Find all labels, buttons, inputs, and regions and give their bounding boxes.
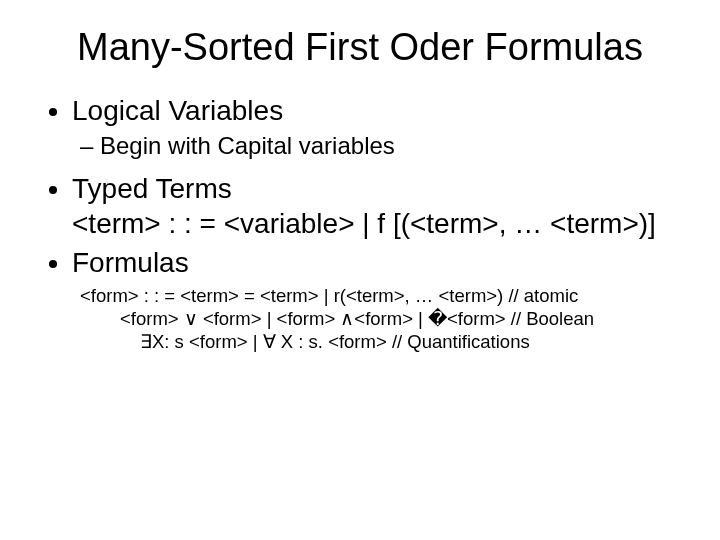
syntax-line-quant: ∃X: s <form> | ∀ X : s. <form> // Quanti… [80,330,680,353]
slide: Many-Sorted First Oder Formulas Logical … [0,0,720,540]
bullet-text: Formulas [72,247,189,278]
subbullet-capital: Begin with Capital variables [100,130,680,161]
bullet-logical-variables: Logical Variables Begin with Capital var… [72,93,680,161]
syntax-line-boolean: <form> ∨ <form> | <form> ∧<form> | �<for… [80,307,680,330]
formula-syntax: <form> : : = <term> = <term> | r(<term>,… [80,284,680,353]
sublist: Begin with Capital variables [72,130,680,161]
bullet-text: Logical Variables [72,95,283,126]
bullet-typed-terms: Typed Terms <term> : : = <variable> | f … [72,171,680,241]
bullet-text: Typed Terms [72,173,232,204]
syntax-line-atomic: <form> : : = <term> = <term> | r(<term>,… [80,284,680,307]
bullet-formulas: Formulas [72,245,680,280]
bullet-list: Logical Variables Begin with Capital var… [40,93,680,280]
term-grammar: <term> : : = <variable> | f [(<term>, … … [72,208,656,239]
slide-title: Many-Sorted First Oder Formulas [40,26,680,69]
